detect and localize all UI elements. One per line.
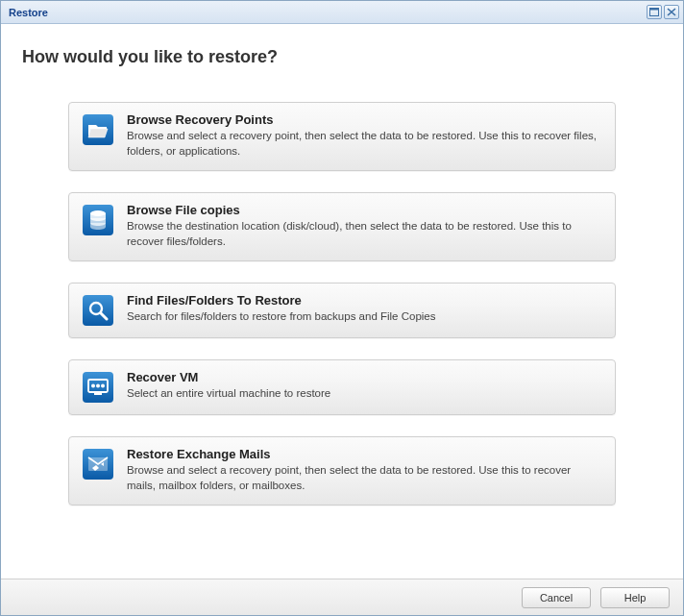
- help-button[interactable]: Help: [600, 587, 670, 608]
- option-find-files-folders[interactable]: Find Files/Folders To Restore Search for…: [68, 283, 616, 338]
- option-title: Recover VM: [127, 370, 601, 384]
- option-browse-recovery-points[interactable]: Browse Recovery Points Browse and select…: [68, 102, 616, 171]
- maximize-button[interactable]: [647, 5, 662, 19]
- option-title: Browse Recovery Points: [127, 112, 601, 127]
- cancel-button[interactable]: Cancel: [522, 587, 591, 608]
- folder-open-icon: [83, 114, 113, 145]
- option-title: Browse File copies: [127, 203, 601, 217]
- maximize-icon: [649, 8, 659, 16]
- svg-point-9: [96, 384, 100, 388]
- dialog-footer: Cancel Help: [1, 579, 683, 615]
- svg-point-8: [91, 384, 95, 388]
- option-restore-exchange-mails[interactable]: Restore Exchange Mails Browse and select…: [68, 436, 616, 505]
- svg-point-10: [101, 384, 105, 388]
- database-icon: [83, 205, 113, 235]
- svg-line-6: [101, 313, 107, 319]
- close-button[interactable]: [664, 5, 679, 19]
- page-title: How would you like to restore?: [22, 47, 662, 67]
- option-description: Select an entire virtual machine to rest…: [127, 386, 601, 402]
- option-description: Browse the destination location (disk/cl…: [127, 219, 601, 249]
- svg-rect-1: [650, 9, 659, 11]
- dialog-body: How would you like to restore? Browse Re…: [1, 24, 683, 578]
- search-icon: [83, 295, 113, 326]
- close-icon: [667, 8, 676, 16]
- option-browse-file-copies[interactable]: Browse File copies Browse the destinatio…: [68, 192, 616, 261]
- vm-icon: [83, 372, 113, 403]
- option-description: Browse and select a recovery point, then…: [127, 129, 601, 159]
- option-description: Search for files/folders to restore from…: [127, 309, 601, 325]
- title-bar: Restore: [1, 1, 683, 24]
- window-title: Restore: [9, 7, 645, 18]
- restore-options-list: Browse Recovery Points Browse and select…: [22, 102, 662, 505]
- option-description: Browse and select a recovery point, then…: [127, 463, 601, 493]
- option-recover-vm[interactable]: Recover VM Select an entire virtual mach…: [68, 359, 616, 415]
- option-title: Restore Exchange Mails: [127, 447, 601, 461]
- exchange-icon: [83, 449, 113, 480]
- svg-rect-11: [94, 393, 102, 395]
- option-title: Find Files/Folders To Restore: [127, 293, 601, 308]
